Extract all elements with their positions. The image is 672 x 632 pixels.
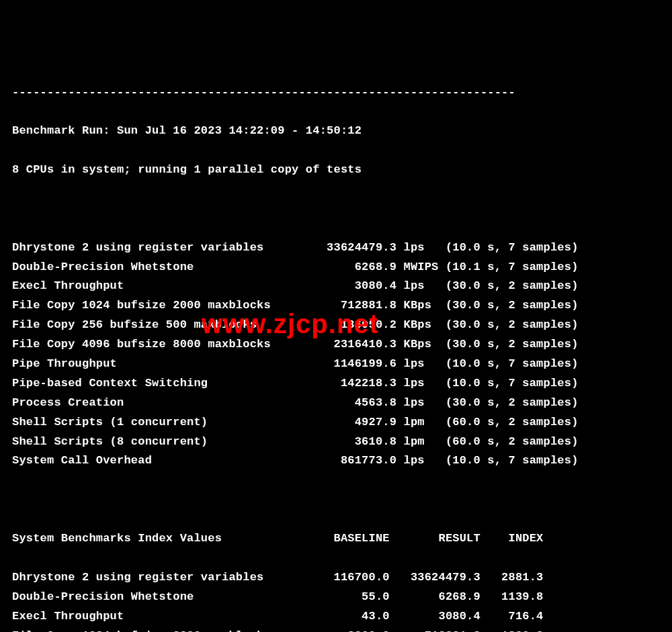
index-header-row: System Benchmarks Index Values BASELINE … bbox=[12, 529, 660, 549]
index-values-block: Dhrystone 2 using register variables 116… bbox=[12, 568, 660, 632]
blank-line bbox=[12, 199, 660, 219]
index-row: Execl Throughput 43.0 3080.4 716.4 bbox=[12, 607, 660, 627]
test-result-row: File Copy 1024 bufsize 2000 maxblocks 71… bbox=[12, 296, 660, 316]
test-result-row: File Copy 256 bufsize 500 maxblocks 1860… bbox=[12, 316, 660, 335]
test-result-row: Process Creation 4563.8 lps (30.0 s, 2 s… bbox=[12, 394, 660, 413]
cpu-info-line: 8 CPUs in system; running 1 parallel cop… bbox=[12, 161, 660, 180]
test-result-row: Shell Scripts (8 concurrent) 3610.8 lpm … bbox=[12, 433, 660, 452]
test-result-row: Pipe Throughput 1146199.6 lps (10.0 s, 7… bbox=[12, 355, 660, 374]
blank-line bbox=[12, 490, 660, 510]
test-result-row: System Call Overhead 861773.0 lps (10.0 … bbox=[12, 451, 660, 471]
test-results-block: Dhrystone 2 using register variables 336… bbox=[12, 238, 660, 471]
index-row: Double-Precision Whetstone 55.0 6268.9 1… bbox=[12, 588, 660, 607]
separator-top: ----------------------------------------… bbox=[12, 83, 660, 103]
test-result-row: Pipe-based Context Switching 142218.3 lp… bbox=[12, 374, 660, 394]
benchmark-run-line: Benchmark Run: Sun Jul 16 2023 14:22:09 … bbox=[12, 122, 660, 141]
index-row: File Copy 1024 bufsize 2000 maxblocks 39… bbox=[12, 627, 660, 633]
test-result-row: File Copy 4096 bufsize 8000 maxblocks 23… bbox=[12, 335, 660, 355]
test-result-row: Dhrystone 2 using register variables 336… bbox=[12, 238, 660, 258]
test-result-row: Execl Throughput 3080.4 lps (30.0 s, 2 s… bbox=[12, 277, 660, 296]
test-result-row: Double-Precision Whetstone 6268.9 MWIPS … bbox=[12, 258, 660, 277]
test-result-row: Shell Scripts (1 concurrent) 4927.9 lpm … bbox=[12, 413, 660, 433]
index-row: Dhrystone 2 using register variables 116… bbox=[12, 568, 660, 588]
